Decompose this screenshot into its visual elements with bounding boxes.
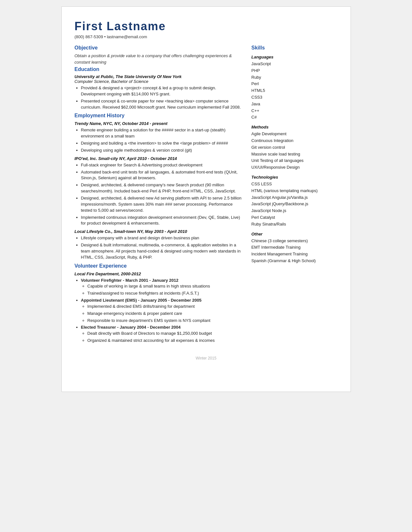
lang-2: PHP [252, 67, 338, 74]
volunteer-item-2-subs: Implemented & directed EMS drills/traini… [87, 304, 242, 324]
volunteer-sub-1-2: Trained/assigned to rescue firefighters … [87, 290, 242, 297]
job-1-company: Trendy Name, NYC, NY, October 2014 - pre… [75, 121, 242, 126]
job-2-bullets: Full-stack engineer for Search & Adverti… [81, 162, 242, 226]
job-3-bullets: Lifestyle company with a brand and desig… [81, 235, 242, 260]
header: First Lastname (800) 867-5309 • lastname… [75, 20, 338, 39]
job-2-bullet-3: Designed, architected, & delivered compa… [81, 182, 242, 194]
technologies-title: Technologies [252, 175, 338, 180]
tech-7: Ruby Sinatra/Rails [252, 221, 338, 228]
job-1-bullet-3: Developing using agile methodologies & v… [81, 147, 242, 154]
lang-8: C++ [252, 108, 338, 114]
tech-5: JavaScript Node.js [252, 208, 338, 214]
education-bullet-1: Provided & designed a <project> concept … [81, 85, 242, 97]
education-title: Education [75, 66, 242, 72]
volunteer-item-2: Appointed Lieutenant (EMS) - January 200… [81, 297, 242, 324]
lang-7: Java [252, 101, 338, 108]
education-section: Education University at Public, The Stat… [75, 66, 242, 110]
method-2: Continuous Integration [252, 137, 338, 144]
volunteer-item-1: Volunteer Firefighter - March 2001 - Jan… [81, 278, 242, 297]
lang-3: Ruby [252, 74, 338, 81]
volunteer-item-2-main: Appointed Lieutenant (EMS) - January 200… [81, 298, 202, 303]
volunteer-sub-2-3: Responsible to insure department's EMS s… [87, 318, 242, 324]
tech-6: Perl Catalyst [252, 214, 338, 221]
job-2-bullet-2: Automated back-end unit tests for all la… [81, 169, 242, 182]
method-3: Git version control [252, 144, 338, 151]
volunteer-sub-2-2: Manage emergency incidents & proper pati… [87, 311, 242, 317]
job-1-bullet-1: Remote engineer building a solution for … [81, 127, 242, 139]
lang-5: HTML5 [252, 87, 338, 94]
languages-list: JavaScript PHP Ruby Perl HTML5 CSS3 Java… [252, 61, 338, 121]
job-2-bullet-4: Designed, architected, & delivered new A… [81, 195, 242, 214]
volunteer-section: Volunteer Experience Local Fire Departme… [75, 263, 242, 344]
job-1-bullet-2: Designing and building a <the invention>… [81, 140, 242, 146]
volunteer-item-3-subs: Dealt directly with Board of Directors t… [87, 331, 242, 344]
volunteer-title: Volunteer Experience [75, 263, 242, 269]
method-5: Unit Testing of all languages [252, 157, 338, 164]
job-3-bullet-2: Designed & built informational, multimed… [81, 242, 242, 261]
volunteer-bullets: Volunteer Firefighter - March 2001 - Jan… [81, 278, 242, 344]
skills-title: Skills [252, 45, 338, 51]
other-1: Chinese (3 college semesters) [252, 238, 338, 244]
lang-9: C# [252, 114, 338, 121]
tech-2: HTML (various templating markups) [252, 188, 338, 194]
job-2-bullet-1: Full-stack engineer for Search & Adverti… [81, 162, 242, 168]
lang-6: CSS3 [252, 94, 338, 101]
education-bullets: Provided & designed a <project> concept … [81, 85, 242, 110]
education-bullet-2: Presented concept & co-wrote paper for n… [81, 98, 242, 111]
employment-title: Employment History [75, 113, 242, 119]
other-list: Chinese (3 college semesters) EMT Interm… [252, 238, 338, 264]
objective-text: Obtain a position & provide value to a c… [75, 53, 242, 65]
tech-3: JavaScript Angular.js/Vanilla.js [252, 194, 338, 201]
right-column: Skills Languages JavaScript PHP Ruby Per… [252, 45, 338, 346]
volunteer-sub-1-1: Capable of working in large & small team… [87, 283, 242, 289]
method-6: UX/UI/Responsive Design [252, 164, 338, 171]
volunteer-item-3-main: Elected Treasurer - January 2004 - Decem… [81, 325, 181, 330]
employment-section: Employment History Trendy Name, NYC, NY,… [75, 113, 242, 260]
lang-1: JavaScript [252, 61, 338, 67]
technologies-list: CSS LESS HTML (various templating markup… [252, 181, 338, 228]
footer: Winter 2015 [75, 356, 338, 360]
other-4: Spanish (Grammar & High School) [252, 258, 338, 264]
tech-1: CSS LESS [252, 181, 338, 188]
other-3: Incident Management Training [252, 251, 338, 258]
contact-info: (800) 867-5309 • lastname@email.com [75, 34, 338, 39]
languages-title: Languages [252, 55, 338, 59]
other-title: Other [252, 232, 338, 236]
volunteer-sub-2-1: Implemented & directed EMS drills/traini… [87, 304, 242, 310]
degree: Computer Science, Bachelor of Science [75, 79, 242, 84]
full-name: First Lastname [75, 20, 338, 33]
volunteer-item-3: Elected Treasurer - January 2004 - Decem… [81, 324, 242, 344]
objective-title: Objective [75, 45, 242, 51]
method-4: Massive scale load testing [252, 151, 338, 158]
method-1: Agile Development [252, 131, 338, 137]
volunteer-item-1-subs: Capable of working in large & small team… [87, 283, 242, 297]
methods-list: Agile Development Continuous Integration… [252, 131, 338, 171]
volunteer-sub-3-2: Organized & maintained strict accounting… [87, 338, 242, 344]
job-2-bullet-5: Implemented continuous integration devel… [81, 215, 242, 227]
methods-title: Methods [252, 125, 338, 129]
resume-page: First Lastname (800) 867-5309 • lastname… [61, 6, 351, 392]
tech-4: JavaScript jQuery/Backbone.js [252, 201, 338, 208]
job-1-bullets: Remote engineer building a solution for … [81, 127, 242, 153]
objective-section: Objective Obtain a position & provide va… [75, 45, 242, 65]
other-2: EMT Intermediate Training [252, 244, 338, 251]
job-3-company: Local Lifestyle Co., Small-town NY, May … [75, 229, 242, 234]
job-3-bullet-1: Lifestyle company with a brand and desig… [81, 235, 242, 241]
job-2-company: IPO'ed, Inc. Small-city NY, April 2010 -… [75, 156, 242, 161]
lang-4: Perl [252, 81, 338, 87]
left-column: Objective Obtain a position & provide va… [75, 45, 242, 346]
volunteer-company: Local Fire Department, 2000-2012 [75, 271, 242, 276]
school-name: University at Public, The State Universi… [75, 74, 242, 79]
volunteer-sub-3-1: Dealt directly with Board of Directors t… [87, 331, 242, 337]
volunteer-item-1-main: Volunteer Firefighter - March 2001 - Jan… [81, 278, 179, 283]
